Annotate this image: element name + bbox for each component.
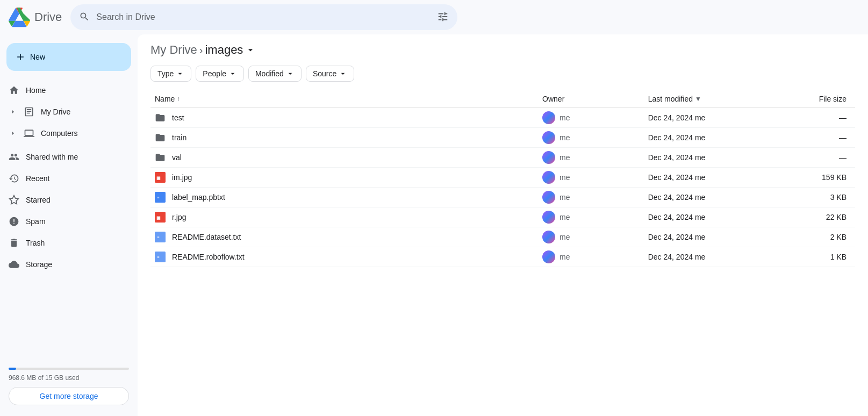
doc-icon: ≡ [155, 192, 166, 203]
new-button-label: New [30, 53, 45, 61]
col-header-size: File size [785, 90, 855, 108]
table-row[interactable]: test me Dec 24, 2024 me — [150, 108, 855, 128]
logo[interactable]: Drive [9, 6, 62, 28]
filter-source-dropdown-icon [339, 69, 347, 78]
sidebar-item-label-recent: Recent [26, 174, 49, 183]
col-header-modified[interactable]: Last modified ▼ [644, 90, 785, 108]
file-name-text: label_map.pbtxt [172, 193, 225, 202]
file-owner-cell: me [538, 168, 644, 188]
col-header-name[interactable]: Name ↑ [150, 90, 538, 108]
sidebar-item-starred[interactable]: Starred [0, 189, 129, 211]
cloud-icon [9, 259, 19, 270]
file-name-text: val [172, 153, 182, 162]
owner-name: me [559, 213, 570, 221]
search-filter-icon[interactable] [437, 11, 449, 24]
breadcrumb-current-label: images [205, 43, 243, 57]
owner-name: me [559, 233, 570, 241]
filter-type-button[interactable]: Type [150, 66, 191, 82]
breadcrumb-dropdown-icon [245, 45, 256, 55]
file-owner-cell: me [538, 227, 644, 247]
file-modified-cell: Dec 24, 2024 me [644, 168, 785, 188]
file-modified-cell: Dec 24, 2024 me [644, 108, 785, 128]
owner-avatar [542, 171, 555, 184]
col-owner-label: Owner [542, 95, 564, 103]
sidebar-item-label-trash: Trash [26, 239, 45, 247]
file-name-cell: ▣ r.jpg [150, 207, 538, 227]
get-more-storage-button[interactable]: Get more storage [9, 387, 129, 405]
file-name-cell: test [150, 108, 538, 128]
breadcrumb: My Drive › images [150, 43, 855, 57]
breadcrumb-chevron: › [199, 44, 203, 56]
owner-avatar [542, 250, 555, 263]
file-owner-cell: me [538, 128, 644, 148]
filter-modified-button[interactable]: Modified [248, 66, 302, 82]
image-icon: ▣ [155, 172, 166, 183]
table-row[interactable]: ≡ README.dataset.txt me Dec 24, 2024 me … [150, 227, 855, 247]
filter-modified-dropdown-icon [286, 69, 295, 78]
app-name: Drive [34, 10, 62, 24]
svg-text:▣: ▣ [156, 215, 161, 220]
sidebar-item-recent[interactable]: Recent [0, 168, 129, 189]
sidebar-item-label-spam: Spam [26, 217, 46, 226]
svg-text:▣: ▣ [156, 175, 161, 181]
search-bar[interactable] [70, 4, 457, 30]
sidebar-item-home[interactable]: Home [0, 80, 129, 101]
col-header-owner: Owner [538, 90, 644, 108]
sidebar-item-label-starred: Starred [26, 196, 51, 204]
sidebar-item-label-shared: Shared with me [26, 153, 78, 161]
sidebar-item-computers[interactable]: Computers [0, 123, 129, 144]
table-row[interactable]: ≡ README.roboflow.txt me Dec 24, 2024 me… [150, 247, 855, 267]
sidebar-item-shared-with-me[interactable]: Shared with me [0, 146, 129, 168]
file-name-text: README.roboflow.txt [172, 253, 245, 261]
storage-bar-background [9, 368, 129, 370]
owner-name: me [559, 113, 570, 122]
filter-people-label: People [203, 69, 226, 78]
file-owner-cell: me [538, 148, 644, 168]
filter-people-button[interactable]: People [196, 66, 244, 82]
file-list: test me Dec 24, 2024 me — train [150, 108, 855, 267]
file-name-text: README.dataset.txt [172, 233, 241, 241]
topbar: Drive [0, 0, 868, 34]
search-input[interactable] [96, 12, 431, 22]
storage-section: 968.6 MB of 15 GB used Get more storage [9, 359, 129, 405]
breadcrumb-parent[interactable]: My Drive [150, 43, 197, 57]
drive-logo-icon [9, 6, 30, 28]
owner-name: me [559, 253, 570, 261]
owner-name: me [559, 133, 570, 142]
breadcrumb-current[interactable]: images [205, 43, 256, 57]
sidebar-item-my-drive[interactable]: My Drive [0, 101, 129, 123]
doc-light-icon: ≡ [155, 252, 166, 262]
svg-text:≡: ≡ [157, 255, 160, 260]
file-size-cell: 22 KB [785, 207, 855, 227]
image-icon: ▣ [155, 212, 166, 223]
my-drive-arrow-icon [9, 107, 17, 116]
trash-icon [9, 238, 19, 248]
file-modified-cell: Dec 24, 2024 me [644, 247, 785, 267]
table-row[interactable]: ▣ r.jpg me Dec 24, 2024 me 22 KB [150, 207, 855, 227]
file-size-cell: — [785, 148, 855, 168]
new-button[interactable]: New [6, 43, 131, 71]
file-name-text: train [172, 133, 186, 142]
sidebar-item-label-computers: Computers [41, 129, 77, 138]
people-icon [9, 152, 19, 162]
table-row[interactable]: ▣ im.jpg me Dec 24, 2024 me 159 KB [150, 168, 855, 188]
svg-rect-3 [155, 192, 166, 203]
sidebar-item-label-my-drive: My Drive [41, 107, 70, 116]
folder-icon [155, 132, 166, 143]
sidebar-item-spam[interactable]: Spam [0, 211, 129, 232]
table-row[interactable]: ≡ label_map.pbtxt me Dec 24, 2024 me 3 K… [150, 188, 855, 207]
table-row[interactable]: train me Dec 24, 2024 me — [150, 128, 855, 148]
sidebar-item-trash[interactable]: Trash [0, 232, 129, 254]
filter-source-button[interactable]: Source [306, 66, 354, 82]
filter-source-label: Source [313, 69, 336, 78]
filter-modified-label: Modified [255, 69, 284, 78]
filter-type-dropdown-icon [176, 69, 184, 78]
svg-text:≡: ≡ [157, 195, 160, 200]
sidebar-item-storage[interactable]: Storage [0, 254, 129, 275]
owner-name: me [559, 173, 570, 182]
file-name-cell: train [150, 128, 538, 148]
file-modified-cell: Dec 24, 2024 me [644, 207, 785, 227]
svg-marker-0 [10, 196, 19, 204]
owner-avatar [542, 231, 555, 243]
table-row[interactable]: val me Dec 24, 2024 me — [150, 148, 855, 168]
